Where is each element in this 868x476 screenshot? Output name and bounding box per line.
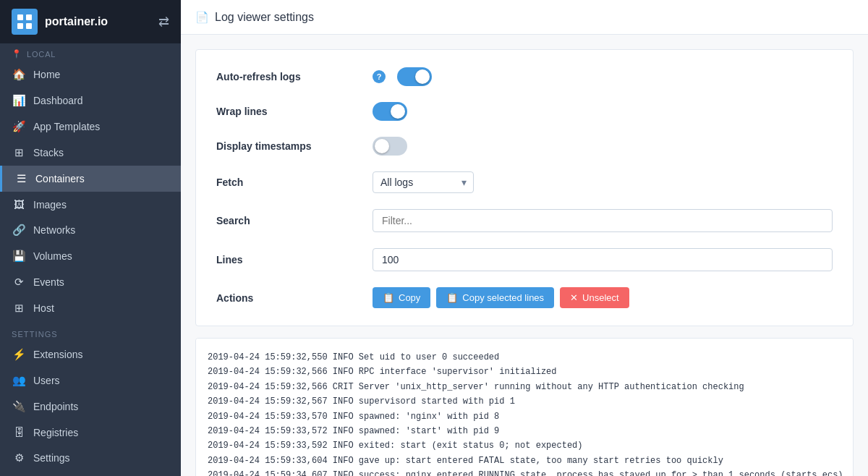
display-timestamps-toggle[interactable] (373, 137, 407, 156)
dashboard-icon: 📊 (12, 94, 26, 107)
wrap-lines-slider (373, 102, 407, 121)
sidebar-item-events[interactable]: ⟳ Events (0, 269, 181, 295)
auto-refresh-help-icon[interactable]: ? (373, 70, 386, 83)
log-output: 2019-04-24 15:59:32,550 INFO Set uid to … (195, 338, 854, 476)
local-section-label: 📍 LOCAL (0, 43, 181, 61)
svg-rect-4 (26, 23, 32, 29)
networks-icon: 🔗 (12, 224, 26, 237)
search-row: Search (216, 209, 833, 232)
images-icon: 🖼 (12, 198, 26, 211)
sidebar-item-volumes[interactable]: 💾 Volumes (0, 243, 181, 269)
auto-refresh-label: Auto-refresh logs (216, 71, 361, 82)
wrap-lines-knob (391, 104, 405, 119)
auto-refresh-row: Auto-refresh logs ? (216, 67, 833, 86)
sidebar: portainer.io ⇄ 📍 LOCAL 🏠 Home 📊 Dashboar… (0, 0, 181, 476)
volumes-icon: 💾 (12, 250, 26, 263)
auto-refresh-knob (415, 69, 430, 84)
sidebar-item-images[interactable]: 🖼 Images (0, 192, 181, 217)
svg-rect-0 (12, 9, 38, 35)
display-timestamps-label: Display timestamps (216, 140, 361, 152)
stacks-icon: ⊞ (12, 146, 26, 159)
search-label: Search (216, 215, 361, 226)
sidebar-item-settings[interactable]: ⚙ Settings (0, 445, 181, 471)
users-icon: 👥 (12, 374, 26, 387)
log-file-icon: 📄 (195, 11, 209, 24)
home-icon: 🏠 (12, 68, 26, 81)
fetch-label: Fetch (216, 177, 361, 188)
actions-label: Actions (216, 292, 361, 304)
sidebar-item-stacks[interactable]: ⊞ Stacks (0, 140, 181, 166)
host-icon: ⊞ (12, 302, 26, 315)
svg-rect-1 (17, 14, 23, 20)
sidebar-item-networks[interactable]: 🔗 Networks (0, 217, 181, 243)
transfer-icon: ⇄ (158, 14, 169, 30)
fetch-row: Fetch All logs Last 100 lines Last 500 l… (216, 171, 833, 193)
extensions-icon: ⚡ (12, 348, 26, 361)
svg-rect-3 (17, 23, 23, 29)
unselect-button[interactable]: ✕ Unselect (560, 287, 629, 308)
copy-button[interactable]: 📋 Copy (373, 287, 430, 308)
local-pin-icon: 📍 (12, 49, 22, 59)
lines-input[interactable] (373, 248, 833, 271)
wrap-lines-toggle[interactable] (373, 102, 407, 121)
copy-selected-icon: 📋 (446, 292, 458, 303)
sidebar-item-host[interactable]: ⊞ Host (0, 295, 181, 321)
page-header: 📄 Log viewer settings (181, 0, 868, 35)
auto-refresh-toggle[interactable] (397, 67, 432, 86)
logo-text: portainer.io (45, 15, 108, 28)
sidebar-logo: portainer.io ⇄ (0, 0, 181, 43)
actions-row-container: Actions 📋 Copy 📋 Copy selected lines ✕ U… (216, 287, 833, 308)
app-templates-icon: 🚀 (12, 120, 26, 133)
svg-rect-2 (26, 14, 32, 20)
log-viewer-settings-card: Auto-refresh logs ? Wrap lines (195, 49, 854, 326)
sidebar-item-endpoints[interactable]: 🔌 Endpoints (0, 394, 181, 420)
sidebar-item-dashboard[interactable]: 📊 Dashboard (0, 88, 181, 114)
wrap-lines-label: Wrap lines (216, 106, 361, 117)
search-input[interactable] (373, 209, 833, 232)
unselect-icon: ✕ (570, 292, 578, 303)
copy-icon: 📋 (383, 292, 394, 303)
portainer-logo-icon (12, 9, 38, 35)
auto-refresh-slider (397, 67, 432, 86)
containers-icon: ☰ (14, 172, 28, 185)
settings-icon: ⚙ (12, 451, 26, 464)
events-icon: ⟳ (12, 276, 26, 289)
actions-buttons: 📋 Copy 📋 Copy selected lines ✕ Unselect (373, 287, 629, 308)
main-content: 📄 Log viewer settings Auto-refresh logs … (181, 0, 868, 476)
sidebar-item-app-templates[interactable]: 🚀 App Templates (0, 114, 181, 140)
content-area: Auto-refresh logs ? Wrap lines (181, 35, 868, 476)
sidebar-item-users[interactable]: 👥 Users (0, 367, 181, 394)
wrap-lines-row: Wrap lines (216, 102, 833, 121)
display-timestamps-knob (375, 139, 389, 153)
sidebar-item-extensions[interactable]: ⚡ Extensions (0, 341, 181, 367)
page-title: Log viewer settings (215, 11, 314, 24)
display-timestamps-slider (373, 137, 407, 156)
sidebar-item-home[interactable]: 🏠 Home (0, 61, 181, 88)
sidebar-item-containers[interactable]: ☰ Containers (0, 166, 181, 192)
fetch-select-wrapper: All logs Last 100 lines Last 500 lines L… (373, 171, 474, 193)
fetch-select[interactable]: All logs Last 100 lines Last 500 lines L… (373, 171, 474, 193)
settings-section-label: SETTINGS (0, 321, 181, 341)
endpoints-icon: 🔌 (12, 400, 26, 413)
display-timestamps-row: Display timestamps (216, 137, 833, 156)
sidebar-item-registries[interactable]: 🗄 Registries (0, 420, 181, 445)
lines-row: Lines (216, 248, 833, 271)
registries-icon: 🗄 (12, 426, 26, 438)
copy-selected-button[interactable]: 📋 Copy selected lines (436, 287, 554, 308)
lines-label: Lines (216, 254, 361, 265)
